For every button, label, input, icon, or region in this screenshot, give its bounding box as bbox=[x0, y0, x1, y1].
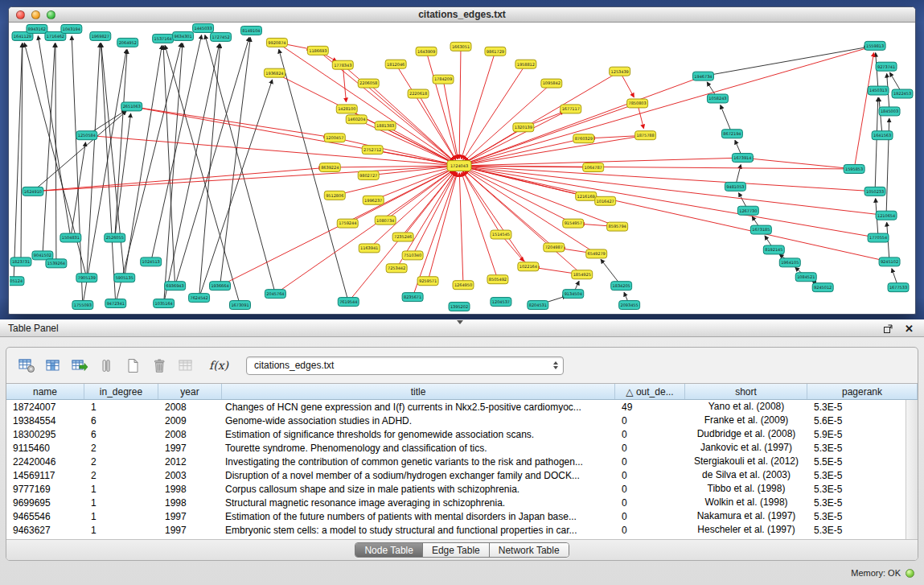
graph-node[interactable]: 2220618 bbox=[408, 89, 429, 98]
graph-node[interactable]: 9472341 bbox=[105, 299, 126, 308]
cell-name[interactable]: 9115460 bbox=[6, 443, 84, 454]
graph-node[interactable]: 1663051 bbox=[450, 42, 471, 51]
graph-node[interactable]: 1958812 bbox=[515, 60, 536, 68]
cell-pagerank[interactable]: 5.9E-5 bbox=[807, 429, 906, 440]
table-row[interactable]: 969969511998Structural magnetic resonanc… bbox=[6, 496, 906, 509]
cell-title[interactable]: Disruption of a novel member of a sodium… bbox=[222, 470, 615, 481]
cell-pagerank[interactable]: 5.3E-5 bbox=[807, 497, 906, 509]
graph-node[interactable]: 7624542 bbox=[189, 294, 210, 303]
table-vertical-scrollbar[interactable] bbox=[906, 400, 918, 539]
graph-node[interactable]: 1845003 bbox=[879, 107, 900, 116]
graph-node[interactable]: 1064787 bbox=[583, 163, 604, 172]
cell-short[interactable]: Tibbo et al. (1998) bbox=[685, 482, 807, 496]
tab-network-table[interactable]: Network Table bbox=[490, 543, 569, 557]
cell-out-degree[interactable]: 0 bbox=[615, 415, 685, 426]
graph-node[interactable]: 1996237 bbox=[363, 196, 384, 204]
graph-node[interactable]: 1784209 bbox=[433, 75, 454, 84]
cell-name[interactable]: 9463627 bbox=[6, 525, 84, 536]
column-select-icon[interactable] bbox=[43, 355, 64, 376]
cell-title[interactable]: Changes of HCN gene expression and I(f) … bbox=[222, 402, 615, 413]
graph-node[interactable]: 1445033 bbox=[193, 23, 214, 32]
cell-out-degree[interactable]: 0 bbox=[615, 429, 685, 440]
export-table-icon[interactable] bbox=[69, 355, 90, 376]
cell-in-degree[interactable]: 2 bbox=[84, 456, 158, 468]
graph-node[interactable]: 8760329 bbox=[573, 134, 594, 143]
graph-node[interactable]: 1936664 bbox=[210, 282, 231, 290]
graph-node[interactable]: 1854925 bbox=[572, 270, 593, 279]
graph-node[interactable]: 1210654 bbox=[876, 211, 897, 220]
graph-node[interactable]: 9273741 bbox=[876, 62, 897, 71]
cell-title[interactable]: Structural magnetic resonance image aver… bbox=[222, 497, 615, 509]
column-header-title[interactable]: title bbox=[222, 384, 615, 399]
graph-node[interactable]: 1537164 bbox=[153, 34, 174, 43]
graph-node[interactable]: 1264950 bbox=[453, 281, 474, 290]
close-panel-icon[interactable]: ✕ bbox=[902, 322, 916, 336]
cell-short[interactable]: Hescheler et al. (1997) bbox=[685, 523, 807, 537]
graph-node[interactable]: 7235246 bbox=[392, 233, 413, 241]
graph-node[interactable]: 1677117 bbox=[561, 105, 581, 113]
rows-icon[interactable] bbox=[96, 355, 117, 376]
cell-out-degree[interactable]: 0 bbox=[615, 497, 685, 509]
graph-node[interactable]: 5905135 bbox=[114, 274, 135, 282]
column-header-in_degree[interactable]: in_degree bbox=[84, 384, 158, 399]
table-row[interactable]: 1872400712008Changes of HCN gene express… bbox=[6, 400, 906, 414]
cell-in-degree[interactable]: 6 bbox=[84, 415, 158, 426]
cell-name[interactable]: 9777169 bbox=[6, 484, 84, 495]
cell-short[interactable]: Jankovic et al. (1997) bbox=[685, 441, 807, 455]
tab-node-table[interactable]: Node Table bbox=[355, 543, 423, 557]
graph-node[interactable]: 1450313 bbox=[868, 86, 889, 95]
cell-out-degree[interactable]: 0 bbox=[615, 456, 685, 468]
cell-title[interactable]: Corpus callosum shape and size in male p… bbox=[222, 484, 615, 495]
graph-node[interactable]: 1250584 bbox=[76, 131, 97, 140]
graph-node[interactable]: 1673091 bbox=[230, 301, 251, 310]
graph-node[interactable]: 1559813 bbox=[864, 41, 885, 50]
graph-node[interactable]: 1724043 bbox=[447, 161, 471, 171]
column-header-out_de[interactable]: △ out_de... bbox=[615, 384, 685, 399]
graph-node[interactable]: 2064952 bbox=[117, 38, 138, 47]
table-row[interactable]: 1938455462009Genome-wide association stu… bbox=[6, 414, 906, 427]
graph-node[interactable]: 1504831 bbox=[60, 233, 81, 242]
cell-in-degree[interactable]: 2 bbox=[84, 443, 158, 454]
graph-node[interactable]: 7850803 bbox=[627, 99, 648, 108]
graph-node[interactable]: 1016427 bbox=[595, 196, 616, 205]
cell-title[interactable]: Estimation of significance thresholds fo… bbox=[222, 429, 615, 440]
graph-node[interactable]: 1022164 bbox=[518, 262, 539, 271]
graph-node[interactable]: 1946734 bbox=[692, 72, 713, 80]
cell-year[interactable]: 2008 bbox=[158, 429, 222, 440]
graph-node[interactable]: 2093455 bbox=[619, 301, 640, 310]
cell-pagerank[interactable]: 5.5E-5 bbox=[807, 456, 906, 468]
graph-node[interactable]: 9245012 bbox=[812, 283, 833, 292]
graph-node[interactable]: 1163941 bbox=[359, 244, 380, 253]
delete-icon[interactable] bbox=[149, 355, 170, 376]
float-panel-icon[interactable] bbox=[881, 322, 895, 336]
graph-node[interactable]: 9920874 bbox=[266, 38, 287, 47]
graph-node[interactable]: 1812046 bbox=[385, 60, 406, 68]
graph-node[interactable]: 1677533 bbox=[888, 283, 909, 292]
new-document-icon[interactable] bbox=[122, 355, 143, 376]
cell-out-degree[interactable]: 0 bbox=[615, 470, 685, 481]
cell-pagerank[interactable]: 5.3E-5 bbox=[807, 402, 906, 413]
graph-node[interactable]: 1834205 bbox=[611, 282, 632, 290]
table-row[interactable]: 946554611997Estimation of the future num… bbox=[6, 509, 906, 523]
graph-node[interactable]: 1759244 bbox=[337, 219, 358, 228]
graph-node[interactable]: 1770554 bbox=[868, 233, 889, 242]
graph-node[interactable]: 9245102 bbox=[879, 257, 900, 266]
cell-name[interactable]: 18300295 bbox=[6, 429, 84, 440]
graph-node[interactable]: 1024513 bbox=[141, 257, 162, 266]
graph-node[interactable]: 1043194 bbox=[61, 24, 82, 33]
cell-name[interactable]: 14569117 bbox=[6, 470, 84, 481]
graph-node[interactable]: 7253442 bbox=[386, 264, 407, 273]
cell-name[interactable]: 9699695 bbox=[6, 497, 84, 509]
function-builder-icon[interactable]: f(x) bbox=[208, 355, 229, 376]
graph-node[interactable]: 1969827 bbox=[90, 31, 111, 40]
network-canvas-area[interactable]: 1724043106478712161699154957720498710221… bbox=[10, 23, 914, 313]
cell-short[interactable]: de Silva et al. (2003) bbox=[685, 468, 807, 482]
graph-node[interactable]: 9041502 bbox=[32, 251, 53, 260]
graph-node[interactable]: 1875788 bbox=[635, 131, 656, 140]
cell-year[interactable]: 1997 bbox=[158, 511, 222, 522]
graph-node[interactable]: 1084521 bbox=[795, 273, 816, 282]
graph-node[interactable]: 9259571 bbox=[417, 277, 438, 286]
cell-year[interactable]: 1998 bbox=[158, 497, 222, 509]
graph-node[interactable]: 1058243 bbox=[707, 94, 728, 103]
graph-node[interactable]: 8204531 bbox=[528, 301, 548, 310]
